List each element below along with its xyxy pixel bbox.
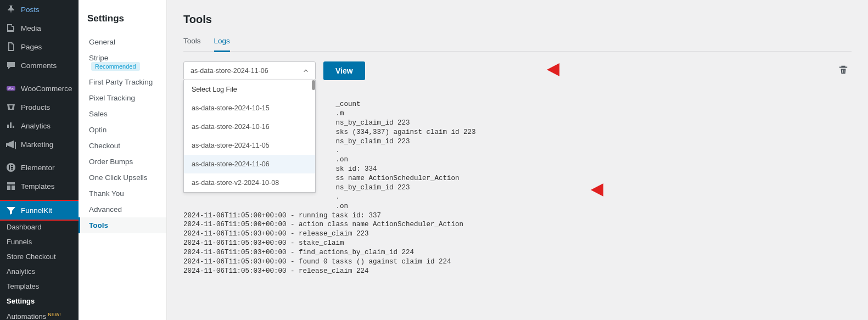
view-button[interactable]: View	[323, 61, 365, 80]
submenu-store-checkout[interactable]: Store Checkout	[0, 249, 79, 264]
woo-icon: Woo	[5, 83, 16, 94]
trash-icon	[838, 65, 848, 75]
log-file-dropdown: Select Log File as-data-store-2024-10-15…	[183, 80, 316, 193]
submenu-analytics[interactable]: Analytics	[0, 264, 79, 279]
marketing-icon	[5, 139, 16, 150]
settings-item-fptracking[interactable]: First Party Tracking	[79, 74, 166, 90]
tabs: Tools Logs	[183, 37, 852, 52]
sidebar-item-comments[interactable]: Comments	[0, 56, 79, 75]
log-select-wrap: as-data-store-2024-11-06 Select Log File…	[183, 61, 316, 80]
chevron-up-icon	[303, 68, 309, 74]
settings-item-upsells[interactable]: One Click Upsells	[79, 170, 166, 186]
tab-logs[interactable]: Logs	[214, 37, 230, 52]
sidebar-item-products[interactable]: Products	[0, 98, 79, 116]
pin-icon	[5, 4, 16, 15]
settings-item-general[interactable]: General	[79, 34, 166, 50]
settings-item-label: Stripe	[89, 54, 108, 62]
log-file-select[interactable]: as-data-store-2024-11-06	[183, 61, 316, 80]
sidebar-label: Marketing	[21, 141, 53, 149]
annotation-arrow-icon	[590, 179, 634, 203]
select-value: as-data-store-2024-11-06	[191, 67, 268, 75]
recommended-badge: Recommended	[91, 62, 140, 71]
sidebar-item-analytics[interactable]: Analytics	[0, 116, 79, 135]
comments-icon	[5, 60, 16, 71]
settings-item-orderbumps[interactable]: Order Bumps	[79, 154, 166, 170]
elementor-icon	[5, 162, 16, 173]
svg-rect-3	[9, 165, 10, 170]
sidebar-label: Products	[21, 103, 50, 111]
settings-item-advanced[interactable]: Advanced	[79, 201, 166, 217]
main-content: Tools Tools Logs as-data-store-2024-11-0…	[167, 0, 868, 320]
media-icon	[5, 23, 16, 33]
sidebar-item-posts[interactable]: Posts	[0, 0, 79, 19]
sidebar-item-media[interactable]: Media	[0, 19, 79, 37]
dropdown-header: Select Log File	[184, 80, 315, 99]
annotation-arrow-icon	[546, 59, 590, 82]
templates-icon	[5, 181, 16, 192]
sidebar-item-funnelkit[interactable]: FunnelKit	[0, 200, 79, 221]
svg-rect-4	[11, 165, 13, 166]
submenu-funnels[interactable]: Funnels	[0, 234, 79, 249]
settings-sidebar: Settings General Stripe Recommended Firs…	[79, 0, 167, 320]
dropdown-option[interactable]: as-data-store-2024-11-06	[184, 155, 315, 173]
submenu-label: Automations	[7, 312, 46, 320]
settings-title: Settings	[79, 13, 166, 34]
settings-item-checkout[interactable]: Checkout	[79, 138, 166, 154]
settings-item-optin[interactable]: Optin	[79, 122, 166, 138]
settings-item-stripe[interactable]: Stripe Recommended	[79, 50, 166, 74]
sidebar-label: Templates	[21, 182, 55, 190]
sidebar-label: Analytics	[21, 122, 51, 130]
submenu-automations[interactable]: AutomationsNEW!	[0, 308, 79, 320]
analytics-icon	[5, 120, 16, 131]
submenu-settings[interactable]: Settings	[0, 294, 79, 308]
sidebar-item-elementor[interactable]: Elementor	[0, 158, 79, 177]
dropdown-option[interactable]: as-data-store-2024-11-05	[184, 136, 315, 155]
products-icon	[5, 102, 16, 113]
settings-item-thankyou[interactable]: Thank You	[79, 186, 166, 201]
svg-text:Woo: Woo	[8, 87, 15, 90]
funnelkit-icon	[5, 205, 16, 216]
delete-button[interactable]	[835, 61, 852, 80]
dropdown-scrollbar[interactable]	[312, 80, 315, 90]
sidebar-label: Comments	[21, 61, 57, 70]
settings-item-pixel[interactable]: Pixel Tracking	[79, 90, 166, 106]
controls-row: as-data-store-2024-11-06 Select Log File…	[183, 61, 852, 80]
page-title: Tools	[183, 13, 852, 26]
sidebar-item-pages[interactable]: Pages	[0, 37, 79, 56]
dropdown-option[interactable]: as-data-store-2024-10-15	[184, 99, 315, 117]
dropdown-option[interactable]: as-data-store-v2-2024-10-08	[184, 173, 315, 192]
wp-admin-sidebar: Posts Media Pages Comments Woo WooCommer…	[0, 0, 79, 320]
sidebar-label: WooCommerce	[21, 85, 72, 93]
dropdown-option[interactable]: as-data-store-2024-10-16	[184, 117, 315, 136]
sidebar-item-templates[interactable]: Templates	[0, 177, 79, 195]
tab-tools[interactable]: Tools	[183, 37, 201, 52]
svg-rect-6	[11, 169, 13, 170]
pages-icon	[5, 41, 16, 52]
sidebar-item-marketing[interactable]: Marketing	[0, 135, 79, 154]
settings-item-tools[interactable]: Tools	[79, 217, 166, 233]
svg-rect-5	[11, 167, 13, 168]
submenu-dashboard[interactable]: Dashboard	[0, 220, 79, 234]
new-badge: NEW!	[48, 312, 61, 317]
sidebar-item-woocommerce[interactable]: Woo WooCommerce	[0, 79, 79, 98]
sidebar-label: Posts	[21, 5, 40, 14]
sidebar-label: Media	[21, 24, 41, 32]
submenu-templates[interactable]: Templates	[0, 279, 79, 294]
settings-item-sales[interactable]: Sales	[79, 106, 166, 122]
sidebar-label: FunnelKit	[21, 206, 52, 215]
sidebar-label: Pages	[21, 43, 42, 51]
sidebar-label: Elementor	[21, 164, 55, 172]
